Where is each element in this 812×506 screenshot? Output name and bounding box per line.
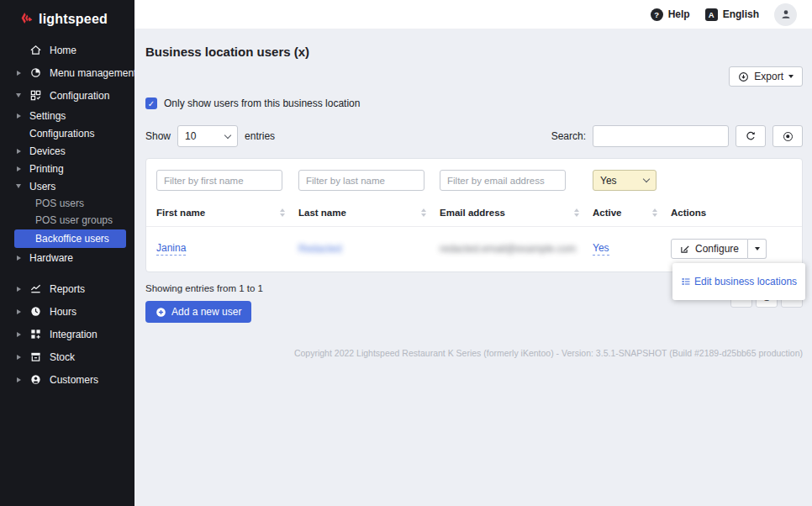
sidebar-item-settings[interactable]: Settings [0,107,134,124]
filter-first-name-input[interactable] [156,170,282,191]
filter-active-select[interactable]: Yes [593,170,656,191]
sidebar-item-label: Backoffice users [35,233,109,245]
refresh-button[interactable] [736,125,766,147]
sidebar-item-customers[interactable]: Customers [0,368,134,391]
sidebar-item-reports[interactable]: Reports [0,277,134,300]
column-header-actions: Actions [671,208,792,218]
reports-icon [29,282,42,295]
chevron-right-icon [17,71,21,76]
column-header-last-name[interactable]: Last name [298,208,440,218]
sidebar-item-pos-user-groups[interactable]: POS user groups [0,212,134,229]
chevron-right-icon [17,309,21,314]
sidebar-item-label: Users [29,181,55,192]
topbar: ? Help A English [134,0,812,29]
sidebar-item-label: Home [50,45,76,56]
user-first-name-link[interactable]: Janina [156,243,186,256]
caret-down-icon [788,75,794,78]
help-menu[interactable]: ? Help [651,8,690,21]
chevron-right-icon [17,355,21,360]
sidebar-item-label: Configuration [50,90,109,102]
stock-icon [29,351,42,363]
sidebar-item-home[interactable]: Home [0,39,134,61]
sort-icon [421,208,426,217]
filter-last-name-input[interactable] [298,170,424,191]
sidebar-item-configuration[interactable]: Configuration [0,84,134,107]
integration-icon [29,328,42,340]
sidebar-item-label: POS users [35,198,84,209]
sidebar-item-printing[interactable]: Printing [0,160,134,177]
users-table-panel: Yes First name Last name [145,158,803,272]
chevron-down-icon [16,184,21,188]
table-header-row: First name Last name Email address Activ… [146,199,802,227]
chevron-right-icon [17,149,21,154]
sidebar-item-menu-management[interactable]: Menu management [0,61,134,84]
search-input[interactable] [593,125,729,147]
only-show-label: Only show users from this business locat… [164,98,360,109]
page-size-value: 10 [185,130,196,142]
edit-icon [680,244,690,254]
person-icon [780,8,792,20]
sort-icon [280,208,285,217]
sidebar-item-hours[interactable]: Hours [0,300,134,323]
add-user-label: Add a new user [171,306,241,318]
user-last-name-redacted[interactable]: Redacted [298,243,341,255]
entries-summary: Showing entries from 1 to 1 [145,283,263,293]
sidebar-item-configurations[interactable]: Configurations [0,124,134,142]
filter-email-input[interactable] [440,170,566,191]
configure-dropdown-toggle[interactable] [748,239,767,259]
copyright-text: Copyright 2022 Lightspeed Restaurant K S… [145,348,803,358]
user-active-link[interactable]: Yes [593,243,609,256]
list-icon [681,277,691,287]
lightspeed-logo[interactable]: lightspeed [0,8,134,39]
table-row: Janina Redacted redacted.email@example.c… [146,227,802,271]
sidebar-item-label: POS user groups [35,214,113,226]
column-header-first-name[interactable]: First name [156,208,298,218]
sidebar-item-pos-users[interactable]: POS users [0,195,134,212]
sort-icon [574,208,579,217]
sidebar-item-label: Customers [50,374,98,386]
configure-label: Configure [695,243,739,255]
help-label: Help [668,8,690,20]
chevron-down-icon [643,176,650,182]
sidebar-item-devices[interactable]: Devices [0,142,134,160]
user-email-redacted: redacted.email@example.com [440,243,576,255]
sidebar-item-backoffice-users[interactable]: Backoffice users [14,229,126,248]
main-area: ? Help A English Business location users… [134,0,812,506]
table-filter-row: Yes [146,159,802,199]
add-user-button[interactable]: Add a new user [145,301,251,323]
sidebar-item-label: Reports [50,283,85,295]
user-avatar[interactable] [774,3,797,26]
sidebar-item-stock[interactable]: Stock [0,345,134,368]
sidebar-item-label: Menu management [50,67,136,79]
customers-icon [29,373,42,386]
edit-business-locations-item[interactable]: Edit business locations [681,276,797,287]
clock-icon [29,305,42,318]
language-menu[interactable]: A English [705,8,759,21]
caret-down-icon [755,247,760,250]
sidebar-item-label: Hours [50,306,76,318]
filter-active-value: Yes [600,175,617,187]
menu-management-icon [29,66,42,79]
chevron-right-icon [17,256,21,261]
edit-business-locations-label: Edit business locations [694,276,797,287]
column-header-active[interactable]: Active [593,208,671,218]
export-button[interactable]: Export [729,66,803,87]
column-settings-button[interactable] [772,125,803,147]
chevron-right-icon [17,113,21,119]
lightspeed-flame-icon [20,12,33,27]
sidebar-item-label: Stock [50,351,75,363]
chevron-right-icon [17,287,21,292]
logo-wordmark: lightspeed [39,12,108,27]
only-show-checkbox[interactable]: ✓ [145,98,157,109]
sidebar-item-label: Settings [29,110,66,122]
configure-button[interactable]: Configure [671,239,748,259]
sidebar-item-integration[interactable]: Integration [0,323,134,345]
sidebar-item-label: Hardware [29,252,73,264]
column-header-email[interactable]: Email address [440,208,593,218]
sidebar-item-hardware[interactable]: Hardware [0,249,134,266]
page-size-select[interactable]: 10 [177,125,238,147]
circle-dot-icon [783,132,793,141]
page-content: Business location users (x) Export ✓ Onl… [134,29,812,506]
search-label: Search: [551,130,586,142]
sidebar-item-users[interactable]: Users [0,177,134,195]
